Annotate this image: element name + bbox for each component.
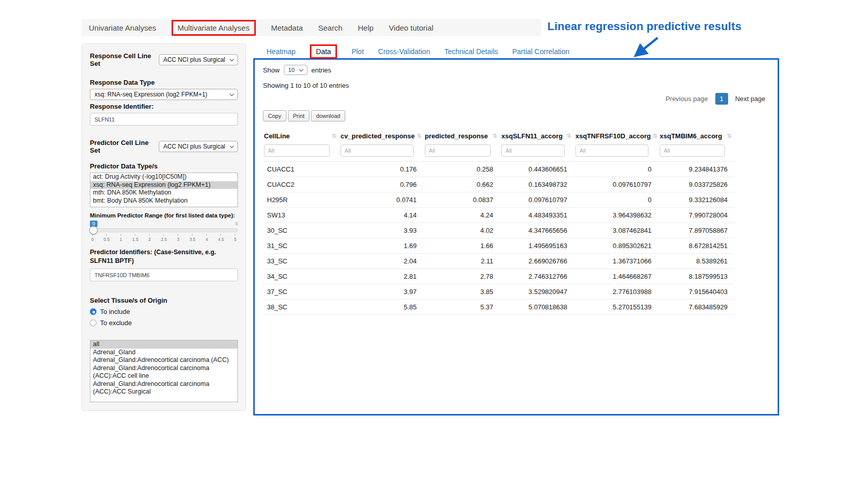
predictor-cell-line-set-select[interactable]: ACC NCI plus Surgical [159,141,238,152]
pagination: Previous page 1 Next page [263,92,769,105]
sort-icon[interactable]: ⇅ [493,133,497,139]
table-export-buttons: CopyPrintdownload [263,110,769,121]
nav-item-search[interactable]: Search [318,23,343,32]
next-page-button[interactable]: Next page [731,92,769,105]
table-row[interactable]: CUACC20.7960.6620.1634987320.0976107979.… [263,177,735,192]
predictor-identifiers-input[interactable] [90,269,238,281]
cell-value: 8.5389261 [659,254,735,269]
sort-icon[interactable]: ⇅ [332,133,336,139]
column-header-xsqtmbim6-accorg[interactable]: xsqTMBIM6_accorg⇅ [659,129,735,143]
sort-icon[interactable]: ⇅ [727,133,732,139]
column-header-xsqtnfrsf10d-accorg[interactable]: xsqTNFRSF10D_accorg⇅ [574,129,659,143]
table-row[interactable]: 38_SC5.855.375.0708186385.2701551397.683… [263,300,735,315]
filter-input-xsqtnfrsf10d-accorg[interactable] [575,144,648,157]
column-header-predicted-response[interactable]: predicted_response⇅ [424,129,500,143]
table-row[interactable]: 37_SC3.973.853.5298209472.7761039887.915… [263,284,735,300]
sort-icon[interactable]: ⇅ [653,133,657,139]
sort-icon[interactable]: ⇅ [567,133,571,139]
radio-to-include[interactable]: To include [90,308,238,315]
tissue-option[interactable]: Adrenal_Gland:Adrenocortical carcinoma (… [90,364,237,380]
column-title: cv_predicted_response [341,132,415,140]
table-row[interactable]: SW134.144.244.4834933513.9643986327.9907… [263,208,735,223]
response-cell-line-set-select[interactable]: ACC NCI plus Surgical [159,54,238,65]
predictor-data-type-option[interactable]: bmt: Body DNA 850K Methylation [90,197,237,205]
download-button[interactable]: download [311,110,345,121]
table-row[interactable]: H295R0.07410.08370.09761079709.332126084 [263,192,735,208]
tissue-option[interactable]: Adrenal_Gland [90,349,237,357]
predictor-data-type-option[interactable]: act: Drug Activity (-log10[IC50M]) [90,173,237,181]
tab-data[interactable]: Data [310,44,337,59]
sort-icon[interactable]: ⇅ [417,133,421,139]
results-panel: Show 10 entries Showing 1 to 10 of 10 en… [253,58,779,416]
cell-value: 0.662 [424,177,500,192]
filter-input-xsqslfn11-accorg[interactable] [501,144,565,157]
cell-value: 7.915640403 [659,284,735,300]
chevron-down-icon [230,57,234,61]
previous-page-button[interactable]: Previous page [661,92,712,105]
predictor-data-types-listbox[interactable]: act: Drug Activity (-log10[IC50M])xsq: R… [90,173,238,207]
table-row[interactable]: CUACC10.1760.2580.44360665109.234841376 [263,162,735,177]
print-button[interactable]: Print [288,110,310,121]
slider-track[interactable] [90,228,238,232]
slider-tick: 1 [119,234,123,242]
slider-handle[interactable] [89,226,98,234]
cell-value: 4.14 [340,208,424,223]
tissue-option[interactable]: Adrenal_Gland:Adrenocortical carcinoma (… [90,380,237,396]
tab-technical-details[interactable]: Technical Details [444,47,498,56]
nav-item-video-tutorial[interactable]: Video tutorial [389,23,433,32]
filter-input-xsqtmbim6-accorg[interactable] [660,144,725,157]
main-content: HeatmapDataPlotCross-ValidationTechnical… [253,45,779,416]
cell-line-name: 34_SC [263,269,340,284]
cell-value: 0.0741 [340,192,424,208]
table-row[interactable]: 31_SC1.691.661.4956951630.8953026218.672… [263,238,735,254]
column-title: predicted_response [425,132,488,140]
tab-cross-validation[interactable]: Cross-Validation [378,47,430,56]
column-title: xsqTNFRSF10D_accorg [575,132,650,140]
column-header-cv-predicted-response[interactable]: cv_predicted_response⇅ [340,129,424,143]
response-identifier-input[interactable] [90,113,238,126]
page-length-select[interactable]: 10 [284,65,307,75]
page-number-button[interactable]: 1 [715,93,728,105]
nav-item-help[interactable]: Help [358,23,374,32]
table-row[interactable]: 30_SC3.934.024.3476656563.0874628417.897… [263,223,735,238]
radio-to-exclude[interactable]: To exclude [90,319,238,327]
slider-tick: 0 [90,234,94,242]
nav-item-univariate-analyses[interactable]: Univariate Analyses [89,23,156,32]
slider-tick: 5 [233,234,237,242]
cell-value: 0.443606651 [500,162,574,177]
column-header-xsqslfn11-accorg[interactable]: xsqSLFN11_accorg⇅ [500,129,574,143]
chevron-down-icon [230,144,234,148]
filter-input-predicted-response[interactable] [425,144,491,157]
tissue-origin-label: Select Tissue/s of Origin [90,297,238,304]
cell-value: 3.087462841 [574,223,659,238]
response-identifier-label: Response Identifier: [90,103,238,110]
cell-line-name: 30_SC [263,223,340,238]
tissue-option[interactable]: all [90,340,237,349]
filter-input-cv-predicted-response[interactable] [341,144,414,157]
slider-tick: 1.5 [132,234,138,242]
cell-value: 2.776103988 [574,284,659,300]
nav-item-multivariate-analyses[interactable]: Multivariate Analyses [172,20,256,36]
tab-partial-correlation[interactable]: Partial Correlation [512,47,569,56]
slider-tick: 2.5 [161,234,167,242]
control-sidebar: Response Cell Line Set ACC NCI plus Surg… [82,43,246,411]
slider-tick: 3 [176,234,180,242]
predictor-data-type-option[interactable]: mth: DNA 850K Methylation [90,189,237,197]
tab-plot[interactable]: Plot [351,47,364,56]
cell-value: 0.176 [340,162,424,177]
response-data-type-select[interactable]: xsq: RNA-seq Expression (log2 FPKM+1) [90,89,238,100]
table-info: Showing 1 to 10 of 10 entries [263,82,769,89]
response-cell-line-set-label: Response Cell Line Set [90,52,155,67]
column-header-cellline[interactable]: CellLine⇅ [263,129,340,143]
table-row[interactable]: 33_SC2.042.112.6690267661.3673710668.538… [263,254,735,269]
min-predictor-range-slider[interactable]: 0 5 00.511.522.533.544.55 [90,221,238,242]
tissue-listbox[interactable]: allAdrenal_GlandAdrenal_Gland:Adrenocort… [90,340,238,402]
predictor-data-type-option[interactable]: xsq: RNA-seq Expression (log2 FPKM+1) [90,181,237,189]
tissue-option[interactable]: Adrenal_Gland:Adrenocortical carcinoma (… [90,356,237,364]
table-row[interactable]: 34_SC2.812.782.7463127661.4646682678.187… [263,269,735,284]
copy-button[interactable]: Copy [263,110,286,121]
tab-heatmap[interactable]: Heatmap [267,47,296,56]
nav-item-metadata[interactable]: Metadata [271,23,303,32]
filter-input-cellline[interactable] [264,144,330,157]
cell-value: 0.258 [424,162,500,177]
